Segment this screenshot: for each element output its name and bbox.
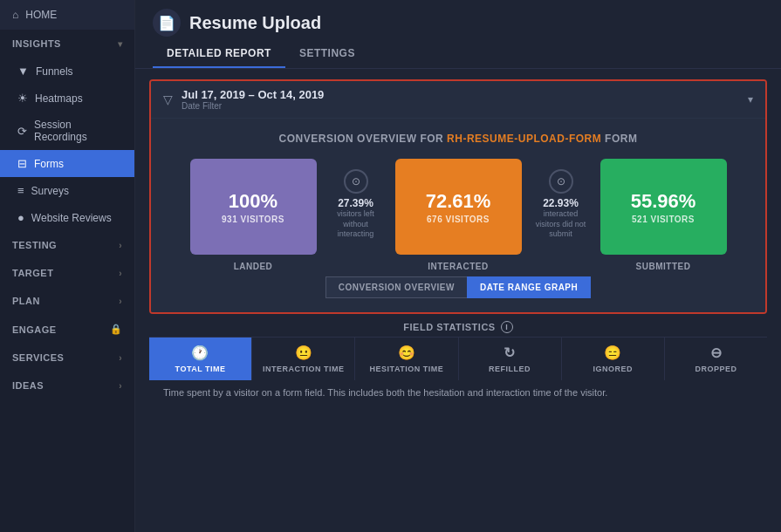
- testing-label: TESTING: [12, 240, 57, 250]
- date-filter-bar[interactable]: ▽ Jul 17, 2019 – Oct 14, 2019 Date Filte…: [151, 81, 765, 119]
- arrow-desc-1: visitors left without interacting: [337, 209, 374, 240]
- sidebar-home-label: HOME: [25, 9, 57, 21]
- submitted-visitors: 521 VISITORS: [632, 215, 695, 224]
- sidebar-item-website-reviews[interactable]: ● Website Reviews: [0, 204, 134, 231]
- reviews-icon: ●: [17, 211, 24, 224]
- forms-icon: ⊟: [17, 157, 27, 170]
- page-icon: 📄: [153, 9, 181, 37]
- sidebar-section-engage[interactable]: ENGAGE 🔒: [0, 315, 134, 344]
- sidebar-item-session-recordings[interactable]: ⟳ Session Recordings: [0, 112, 134, 150]
- sidebar-section-ideas[interactable]: IDEAS ›: [0, 372, 134, 399]
- stat-tab-dropped[interactable]: ⊖ DROPPED: [665, 338, 767, 380]
- main-content: 📄 Resume Upload DETAILED REPORT SETTINGS…: [135, 0, 781, 532]
- home-icon: ⌂: [12, 9, 18, 21]
- services-label: SERVICES: [12, 352, 64, 363]
- services-chevron: ›: [119, 353, 122, 363]
- page-header: 📄 Resume Upload: [135, 0, 781, 37]
- plan-label: PLAN: [12, 296, 40, 306]
- filter-icon: ▽: [163, 92, 173, 106]
- tab-bar: DETAILED REPORT SETTINGS: [135, 40, 781, 69]
- surveys-icon: ≡: [17, 184, 24, 197]
- page-icon-symbol: 📄: [158, 15, 175, 31]
- ideas-label: IDEAS: [12, 380, 44, 391]
- conversion-panel: ▽ Jul 17, 2019 – Oct 14, 2019 Date Filte…: [149, 79, 767, 314]
- conversion-title: CONVERSION OVERVIEW FOR RH-RESUME-UPLOAD…: [165, 133, 751, 145]
- ideas-chevron: ›: [119, 381, 122, 391]
- date-range-graph-button[interactable]: DATE RANGE GRAPH: [467, 276, 591, 298]
- insights-label: INSIGHTS: [12, 38, 61, 49]
- submitted-label: SUBMITTED: [636, 262, 691, 271]
- sidebar-section-services[interactable]: SERVICES ›: [0, 344, 134, 372]
- stat-tab-hesitation-time[interactable]: 😊 HESITATION TIME: [355, 338, 458, 380]
- forms-label: Forms: [34, 158, 64, 170]
- total-time-icon: 🕐: [191, 344, 209, 361]
- field-stats-description: Time spent by a visitor on a form field.…: [149, 380, 767, 401]
- sidebar-item-heatmaps[interactable]: ☀ Heatmaps: [0, 85, 134, 112]
- conversion-overview-section: CONVERSION OVERVIEW FOR RH-RESUME-UPLOAD…: [151, 119, 765, 312]
- reviews-label: Website Reviews: [31, 212, 112, 224]
- date-label: Date Filter: [182, 101, 739, 111]
- arrow-pct-1: 27.39%: [338, 197, 373, 209]
- arrow-circle-1: ⊙: [344, 169, 368, 194]
- stat-tab-refilled[interactable]: ↻ REFILLED: [459, 338, 562, 380]
- stat-tab-total-time[interactable]: 🕐 TOTAL TIME: [149, 338, 252, 380]
- funnel-step-interacted: 72.61% 676 VISITORS INTERACTED: [395, 159, 522, 271]
- funnel-card-submitted: 55.96% 521 VISITORS: [600, 159, 727, 255]
- session-label: Session Recordings: [34, 119, 122, 143]
- field-stats-section: FIELD STATISTICS i 🕐 TOTAL TIME 😐 INTERA…: [149, 314, 767, 401]
- funnels-label: Funnels: [36, 65, 73, 78]
- sidebar: ⌂ HOME INSIGHTS ▾ ▼ Funnels ☀ Heatmaps ⟳…: [0, 0, 135, 532]
- arrow-pct-2: 22.93%: [543, 197, 579, 209]
- funnels-icon: ▼: [17, 65, 29, 78]
- surveys-label: Surveys: [31, 185, 69, 197]
- engage-label: ENGAGE: [12, 324, 57, 335]
- funnel-container: 100% 931 VISITORS LANDED ⊙ 27.39% visito…: [165, 159, 751, 271]
- ignored-icon: 😑: [604, 344, 622, 361]
- date-chevron-icon: ▾: [748, 93, 753, 106]
- target-label: TARGET: [12, 268, 53, 278]
- sidebar-item-surveys[interactable]: ≡ Surveys: [0, 177, 134, 204]
- page-title: Resume Upload: [189, 13, 321, 33]
- testing-chevron: ›: [119, 241, 122, 250]
- insights-chevron: ▾: [118, 39, 123, 49]
- stat-tab-ignored[interactable]: 😑 IGNORED: [562, 338, 665, 380]
- info-icon: i: [501, 321, 513, 333]
- tab-detailed-report[interactable]: DETAILED REPORT: [153, 40, 285, 68]
- heatmaps-label: Heatmaps: [35, 92, 83, 105]
- date-filter-text: Jul 17, 2019 – Oct 14, 2019 Date Filter: [182, 88, 739, 111]
- landed-label: LANDED: [234, 262, 273, 271]
- funnel-arrow-2: ⊙ 22.93% interacted visitors did not sub…: [522, 169, 600, 261]
- form-name: RH-RESUME-UPLOAD-FORM: [447, 133, 601, 145]
- stat-tabs: 🕐 TOTAL TIME 😐 INTERACTION TIME 😊 HESITA…: [149, 337, 767, 380]
- hesitation-time-icon: 😊: [398, 344, 416, 361]
- field-stats-header: FIELD STATISTICS i: [149, 314, 767, 337]
- sidebar-item-funnels[interactable]: ▼ Funnels: [0, 58, 134, 85]
- dropped-icon: ⊖: [710, 344, 723, 361]
- stat-tab-interaction-time[interactable]: 😐 INTERACTION TIME: [252, 338, 355, 380]
- tab-settings[interactable]: SETTINGS: [285, 40, 369, 68]
- refilled-icon: ↻: [504, 344, 516, 361]
- interaction-time-icon: 😐: [295, 344, 313, 361]
- plan-chevron: ›: [119, 297, 122, 306]
- arrow-desc-2: interacted visitors did not submit: [536, 209, 586, 240]
- session-icon: ⟳: [17, 125, 27, 138]
- sidebar-section-testing[interactable]: TESTING ›: [0, 231, 134, 259]
- date-range: Jul 17, 2019 – Oct 14, 2019: [182, 88, 739, 101]
- arrow-circle-2: ⊙: [549, 169, 573, 194]
- conversion-overview-button[interactable]: CONVERSION OVERVIEW: [325, 276, 467, 298]
- target-chevron: ›: [119, 269, 122, 278]
- engage-lock-icon: 🔒: [110, 324, 123, 335]
- interacted-visitors: 676 VISITORS: [427, 215, 490, 224]
- sidebar-section-target[interactable]: TARGET ›: [0, 259, 134, 287]
- sidebar-item-forms[interactable]: ⊟ Forms: [0, 150, 134, 177]
- funnel-step-landed: 100% 931 VISITORS LANDED: [190, 159, 317, 271]
- content-area: ▽ Jul 17, 2019 – Oct 14, 2019 Date Filte…: [135, 69, 781, 532]
- landed-pct: 100%: [229, 190, 277, 213]
- sidebar-section-insights[interactable]: INSIGHTS ▾: [0, 30, 134, 58]
- interacted-pct: 72.61%: [426, 190, 491, 213]
- interacted-label: INTERACTED: [428, 262, 488, 271]
- heatmaps-icon: ☀: [17, 92, 28, 105]
- sidebar-section-plan[interactable]: PLAN ›: [0, 287, 134, 315]
- sidebar-item-home[interactable]: ⌂ HOME: [0, 0, 134, 30]
- landed-visitors: 931 VISITORS: [222, 215, 284, 224]
